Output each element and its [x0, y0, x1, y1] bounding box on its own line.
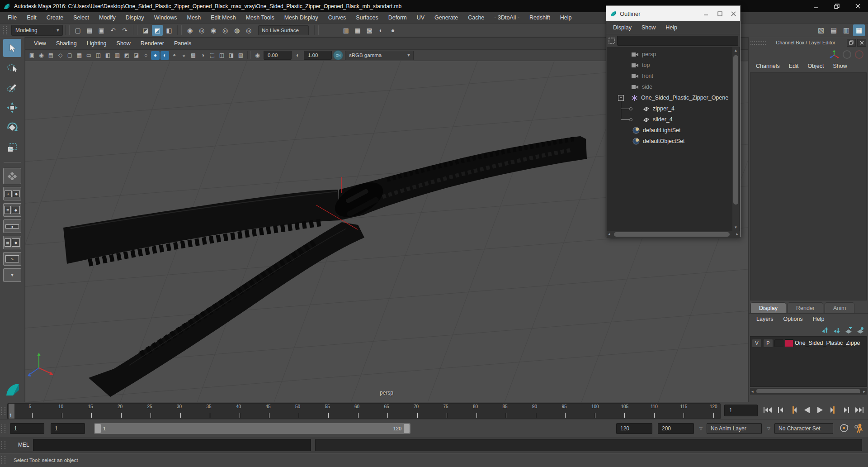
layer-editor-tab[interactable]: Anim: [825, 302, 854, 313]
scroll-up-icon[interactable]: ▲: [732, 48, 739, 52]
time-tick[interactable]: 5: [32, 404, 33, 419]
time-tick[interactable]: 90: [536, 404, 536, 419]
toolbar-separator[interactable]: [314, 25, 319, 35]
layer-color-swatch[interactable]: [785, 339, 793, 347]
time-tick[interactable]: 120: [713, 404, 714, 419]
popout-icon[interactable]: [847, 39, 856, 47]
menu-item[interactable]: Select: [68, 12, 94, 24]
select-object-icon[interactable]: ◩: [152, 25, 163, 36]
close-button[interactable]: [847, 0, 868, 12]
restore-button[interactable]: [826, 0, 847, 12]
scroll-right-icon[interactable]: ▸: [863, 389, 865, 394]
time-tick[interactable]: 50: [299, 404, 299, 419]
toolbar-separator[interactable]: [133, 25, 137, 35]
time-tick[interactable]: 30: [180, 404, 181, 419]
next-key-button[interactable]: [840, 404, 852, 416]
grip-handle[interactable]: [750, 41, 766, 45]
scale-tool[interactable]: [3, 138, 21, 157]
save-scene-icon[interactable]: ▣: [96, 25, 107, 36]
make-live-icon[interactable]: ◍: [231, 25, 242, 36]
layer-editor-menu-item[interactable]: Help: [808, 314, 830, 325]
collapse-icon[interactable]: −: [618, 95, 624, 101]
exposure-field[interactable]: 0.00: [264, 51, 292, 60]
chevron-down-icon[interactable]: ▽: [699, 426, 703, 431]
new-layer-from-selected-icon[interactable]: [857, 327, 864, 334]
anim-layer-field[interactable]: No Anim Layer: [707, 423, 762, 434]
gamma-field[interactable]: 1.00: [304, 51, 332, 60]
scrollbar-thumb[interactable]: [614, 232, 730, 237]
snap-grid-icon[interactable]: ◉: [184, 25, 195, 36]
snap-curve-icon[interactable]: ◎: [196, 25, 207, 36]
layer-editor-menu-item[interactable]: Options: [778, 314, 808, 325]
previous-key-button[interactable]: [774, 404, 787, 416]
textured-icon[interactable]: ◐: [160, 51, 169, 60]
outliner-vscrollbar[interactable]: ▲ ▼: [732, 47, 739, 231]
outliner-item-side[interactable]: side: [607, 81, 732, 92]
bookmark-icon[interactable]: ◇: [56, 51, 65, 60]
grip-handle[interactable]: [1, 424, 5, 433]
view-transform-dropdown[interactable]: sRGB gamma ▼: [345, 51, 414, 60]
snap-view-icon[interactable]: ◎: [243, 25, 254, 36]
animation-preferences-icon[interactable]: [854, 423, 864, 435]
time-ruler[interactable]: 1 51015202530354045505560657075808590951…: [7, 403, 721, 419]
scroll-right-icon[interactable]: ▸: [736, 232, 738, 236]
dim-toggle-icon[interactable]: [843, 50, 851, 59]
occlusion-icon[interactable]: ▩: [189, 51, 198, 60]
play-forwards-button[interactable]: [814, 404, 826, 416]
menu-item[interactable]: - 3DtoAll -: [489, 12, 524, 24]
tool-settings-icon[interactable]: ▥: [840, 24, 852, 36]
current-frame-marker[interactable]: 1: [9, 404, 14, 419]
time-tick[interactable]: 95: [565, 404, 566, 419]
outliner-item-defaultlightset[interactable]: defaultLightSet: [607, 125, 732, 136]
select-camera-icon[interactable]: ▣: [28, 51, 36, 60]
outliner-menu-item[interactable]: Show: [637, 22, 660, 33]
grip-handle[interactable]: [3, 26, 7, 34]
command-input[interactable]: [33, 439, 311, 451]
channel-box-content[interactable]: [750, 72, 867, 300]
pane-paste-icon[interactable]: ◨: [227, 51, 236, 60]
dim-toggle-icon[interactable]: [855, 50, 863, 59]
field-chart-icon[interactable]: ▥: [113, 51, 122, 60]
camera-attributes-icon[interactable]: ▤: [47, 51, 55, 60]
layer-visibility-toggle[interactable]: V: [752, 339, 762, 348]
panel-menu-item[interactable]: Shading: [51, 38, 82, 49]
play-backwards-button[interactable]: [801, 404, 813, 416]
color-management-toggle[interactable]: ON: [333, 50, 343, 60]
shadows-icon[interactable]: ◒: [179, 51, 188, 60]
panel-menu-item[interactable]: Panels: [169, 38, 196, 49]
layer-mode-box[interactable]: [774, 339, 783, 347]
go-to-start-button[interactable]: [761, 404, 774, 416]
gate-mask-icon[interactable]: ◧: [104, 51, 112, 60]
ipr-render-icon[interactable]: ▩: [364, 25, 375, 36]
time-tick[interactable]: 70: [417, 404, 418, 419]
grip-handle[interactable]: [1, 441, 5, 449]
menu-item[interactable]: Surfaces: [351, 12, 383, 24]
grid-icon[interactable]: ▦: [75, 51, 84, 60]
new-empty-layer-icon[interactable]: [845, 327, 853, 334]
lights-icon[interactable]: ◓: [170, 51, 179, 60]
layout-persp-graph[interactable]: ◆: [3, 219, 21, 233]
scroll-down-icon[interactable]: ▼: [732, 225, 739, 229]
layout-single-pane[interactable]: [3, 168, 21, 184]
go-to-end-button[interactable]: [853, 404, 865, 416]
layer-editor-menu-item[interactable]: Layers: [751, 314, 778, 325]
outliner-item-defaultobjectset[interactable]: defaultObjectSet: [607, 136, 732, 147]
time-tick[interactable]: 105: [624, 404, 625, 419]
time-tick[interactable]: 110: [654, 404, 655, 419]
animation-start-field[interactable]: 1: [10, 423, 44, 434]
exposure-icon[interactable]: ◉: [253, 51, 262, 60]
close-icon[interactable]: [857, 39, 866, 47]
layer-playback-toggle[interactable]: P: [763, 339, 773, 348]
channel-box-menu-item[interactable]: Show: [829, 61, 852, 72]
animation-end-field[interactable]: 200: [658, 423, 694, 434]
menu-item[interactable]: UV: [412, 12, 429, 24]
menu-item[interactable]: Redshift: [524, 12, 555, 24]
panel-menu-item[interactable]: Renderer: [136, 38, 169, 49]
time-tick[interactable]: 75: [447, 404, 447, 419]
menu-set-dropdown[interactable]: Modeling ▼: [11, 25, 63, 36]
grip-handle[interactable]: [1, 407, 5, 415]
film-gate-icon[interactable]: ▭: [85, 51, 93, 60]
outliner-item-slider4[interactable]: slider_4: [607, 114, 732, 125]
channel-box-menu-item[interactable]: Object: [803, 61, 828, 72]
toolbar-separator[interactable]: [177, 25, 182, 35]
